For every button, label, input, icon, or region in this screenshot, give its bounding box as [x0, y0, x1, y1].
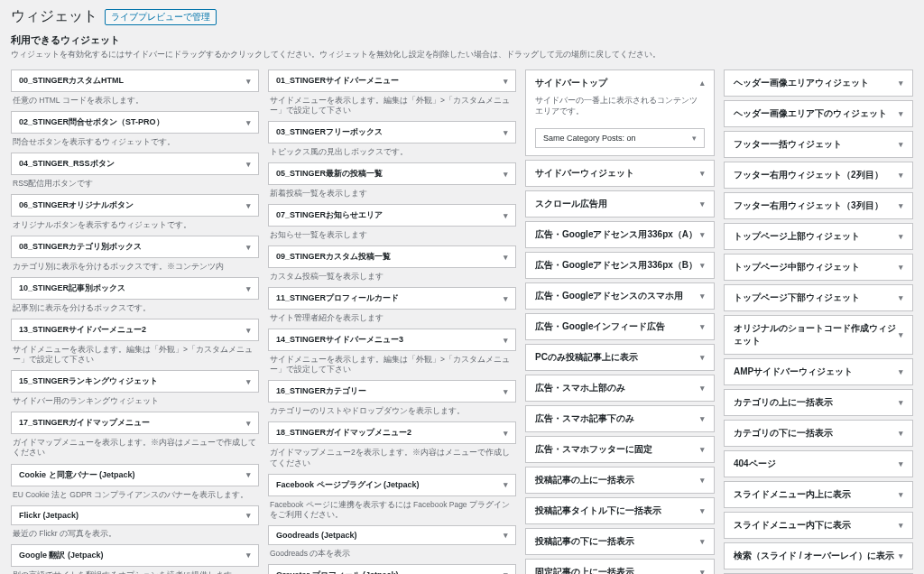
- available-widget[interactable]: 18_STINGERガイドマップメニュー2 ▾: [268, 421, 516, 444]
- area-header[interactable]: 広告・Googleインフィード広告 ▾: [526, 314, 714, 339]
- widget-area[interactable]: PCのみ投稿記事上に表示 ▾: [525, 344, 715, 371]
- available-widget[interactable]: Goodreads (Jetpack) ▾: [268, 525, 516, 545]
- live-preview-button[interactable]: ライブプレビューで管理: [105, 9, 217, 25]
- widget-header[interactable]: Goodreads (Jetpack) ▾: [269, 526, 515, 544]
- area-header[interactable]: ヘッダー画像エリア下のウィジェット ▾: [725, 101, 912, 126]
- widget-header[interactable]: 13_STINGERサイドバーメニュー2 ▾: [12, 319, 258, 340]
- area-header[interactable]: 広告・スマホフッターに固定 ▾: [526, 437, 714, 462]
- available-widget[interactable]: 17_STINGERガイドマップメニュー ▾: [11, 412, 259, 434]
- widget-area[interactable]: フッター右用ウィジェット（3列目） ▾: [724, 192, 913, 219]
- area-header[interactable]: スクロール広告用 ▾: [526, 191, 714, 217]
- widget-header[interactable]: 02_STINGER問合せボタン（ST-PRO） ▾: [12, 112, 258, 133]
- area-header[interactable]: スライドメニュー内下に表示 ▾: [725, 513, 912, 538]
- area-header[interactable]: フッター一括ウィジェット ▾: [725, 132, 912, 157]
- available-widget[interactable]: Gravatar プロフィール (Jetpack) ▾: [268, 564, 516, 574]
- widget-area[interactable]: スライドメニュー内上に表示 ▾: [724, 481, 913, 508]
- widget-area[interactable]: 広告・スマホ上部のみ ▾: [525, 375, 715, 402]
- widget-area[interactable]: 投稿記事タイトル下に一括表示 ▾: [525, 497, 715, 524]
- widget-header[interactable]: 11_STINGERプロフィールカード ▾: [269, 288, 515, 309]
- available-widget[interactable]: 08_STINGERカテゴリ別ボックス ▾: [11, 236, 259, 258]
- widget-header[interactable]: Gravatar プロフィール (Jetpack) ▾: [269, 565, 515, 574]
- widget-area[interactable]: ヘッダー画像エリアウィジェット ▾: [724, 69, 913, 97]
- widget-header[interactable]: 03_STINGERフリーボックス ▾: [269, 122, 515, 143]
- widget-area[interactable]: フッター右用ウィジェット（2列目） ▾: [724, 162, 913, 189]
- widget-area[interactable]: AMPサイドバーウィジェット ▾: [724, 358, 913, 385]
- area-header[interactable]: スライドメニュー内上に表示 ▾: [725, 482, 912, 507]
- available-widget[interactable]: 15_STINGERランキングウィジェット ▾: [11, 370, 259, 393]
- area-header[interactable]: フッター右用ウィジェット（2列目） ▾: [725, 162, 912, 188]
- area-header[interactable]: フッター右用ウィジェット（3列目） ▾: [725, 193, 912, 218]
- widget-header[interactable]: 08_STINGERカテゴリ別ボックス ▾: [12, 236, 258, 257]
- available-widget[interactable]: Facebook ページプラグイン (Jetpack) ▾: [268, 474, 516, 496]
- widget-area[interactable]: 広告・スマホフッターに固定 ▾: [525, 436, 715, 463]
- widget-header[interactable]: 17_STINGERガイドマップメニュー ▾: [12, 412, 258, 433]
- available-widget[interactable]: 01_STINGERサイドバーメニュー ▾: [268, 69, 516, 92]
- area-header[interactable]: 広告・Googleアドセンス用336px（A） ▾: [526, 222, 714, 247]
- available-widget[interactable]: Google 翻訳 (Jetpack) ▾: [11, 544, 259, 567]
- widget-header[interactable]: 07_STINGERお知らせエリア ▾: [269, 205, 515, 226]
- available-widget[interactable]: 16_STINGERカテゴリー ▾: [268, 380, 516, 403]
- widget-area[interactable]: オリジナルのショートコード作成ウィジェット ▾: [724, 315, 913, 355]
- area-header[interactable]: オリジナルのショートコード作成ウィジェット ▾: [725, 316, 912, 354]
- area-header[interactable]: トップページ中部ウィジェット ▾: [725, 255, 912, 280]
- widget-area[interactable]: 投稿記事の上に一括表示 ▾: [525, 467, 715, 494]
- area-header[interactable]: トップページ下部ウィジェット ▾: [725, 285, 912, 310]
- available-widget[interactable]: 14_STINGERサイドバーメニュー3 ▾: [268, 329, 516, 351]
- area-header[interactable]: 広告・Googleアドセンス用336px（B） ▾: [526, 253, 714, 278]
- area-header[interactable]: サイドバーウィジェット ▾: [526, 161, 714, 186]
- widget-header[interactable]: 00_STINGERカスタムHTML ▾: [12, 70, 258, 91]
- widget-area[interactable]: 投稿記事の下に一括表示 ▾: [525, 528, 715, 555]
- widget-header[interactable]: 10_STINGER記事別ボックス ▾: [12, 278, 258, 299]
- available-widget[interactable]: Flickr (Jetpack) ▾: [11, 505, 259, 525]
- widget-area[interactable]: 404ページ ▾: [724, 450, 913, 477]
- widget-header[interactable]: Cookie と同意バナー (Jetpack) ▾: [12, 465, 258, 486]
- widget-header[interactable]: 05_STINGER最新の投稿一覧 ▾: [269, 163, 515, 184]
- widget-area[interactable]: スクロール広告用 ▾: [525, 190, 715, 218]
- widget-area[interactable]: トップページ下部ウィジェット ▾: [724, 284, 913, 311]
- area-header[interactable]: 広告・スマホ上部のみ ▾: [526, 375, 714, 401]
- area-header[interactable]: 広告・スマホ記事下のみ ▾: [526, 406, 714, 431]
- widget-area[interactable]: スライドメニュー内下に表示 ▾: [724, 512, 913, 539]
- available-widget[interactable]: 06_STINGERオリジナルボタン ▾: [11, 194, 259, 217]
- available-widget[interactable]: 09_STINGERカスタム投稿一覧 ▾: [268, 245, 516, 268]
- widget-area[interactable]: 広告・Googleインフィード広告 ▾: [525, 313, 715, 340]
- area-header[interactable]: AMPサイドバーウィジェット ▾: [725, 359, 912, 384]
- available-widget[interactable]: 10_STINGER記事別ボックス ▾: [11, 277, 259, 300]
- widget-header[interactable]: Facebook ページプラグイン (Jetpack) ▾: [269, 475, 515, 495]
- widget-area[interactable]: サイドバーウィジェット ▾: [525, 160, 715, 187]
- available-widget[interactable]: 11_STINGERプロフィールカード ▾: [268, 287, 516, 310]
- widget-header[interactable]: 04_STINGER_RSSボタン ▾: [12, 153, 258, 174]
- available-widget[interactable]: 04_STINGER_RSSボタン ▾: [11, 153, 259, 175]
- available-widget[interactable]: 00_STINGERカスタムHTML ▾: [11, 69, 259, 92]
- widget-area[interactable]: カテゴリの下に一括表示 ▾: [724, 420, 913, 447]
- available-widget[interactable]: Cookie と同意バナー (Jetpack) ▾: [11, 464, 259, 486]
- widget-header[interactable]: Flickr (Jetpack) ▾: [12, 506, 258, 524]
- widget-area[interactable]: 広告・Googleアドセンス用336px（A） ▾: [525, 221, 715, 248]
- area-header[interactable]: 検索（スライド / オーバーレイ）に表示 ▾: [725, 543, 912, 569]
- widget-area[interactable]: 検索（スライド / オーバーレイ）に表示 ▾: [724, 542, 913, 569]
- widget-header[interactable]: 06_STINGERオリジナルボタン ▾: [12, 195, 258, 216]
- area-header[interactable]: ヘッダー画像エリアウィジェット ▾: [725, 70, 912, 96]
- widget-area[interactable]: カテゴリの上に一括表示 ▾: [724, 389, 913, 416]
- available-widget[interactable]: 13_STINGERサイドバーメニュー2 ▾: [11, 319, 259, 341]
- area-header[interactable]: カテゴリの下に一括表示 ▾: [725, 421, 912, 446]
- widget-header[interactable]: Google 翻訳 (Jetpack) ▾: [12, 545, 258, 566]
- widget-header[interactable]: 14_STINGERサイドバーメニュー3 ▾: [269, 329, 515, 350]
- available-widget[interactable]: 05_STINGER最新の投稿一覧 ▾: [268, 162, 516, 185]
- available-widget[interactable]: 07_STINGERお知らせエリア ▾: [268, 204, 516, 227]
- widget-area[interactable]: 広告・Googleアドセンス用336px（B） ▾: [525, 252, 715, 279]
- widget-area[interactable]: フッター一括ウィジェット ▾: [724, 131, 913, 158]
- widget-header[interactable]: 15_STINGERランキングウィジェット ▾: [12, 371, 258, 392]
- area-header[interactable]: 投稿記事の下に一括表示 ▾: [526, 529, 714, 554]
- area-header[interactable]: 投稿記事タイトル下に一括表示 ▾: [526, 498, 714, 523]
- widget-area-open[interactable]: サイドバートップ ▴ サイドバーの一番上に表示されるコンテンツエリアです。 Sa…: [525, 69, 715, 156]
- widget-header[interactable]: 01_STINGERサイドバーメニュー ▾: [269, 70, 515, 91]
- widget-area[interactable]: 固定記事の上に一括表示 ▾: [525, 559, 715, 574]
- area-header[interactable]: 固定記事の上に一括表示 ▾: [526, 560, 714, 574]
- widget-area[interactable]: ヘッダー画像エリア下のウィジェット ▾: [724, 100, 913, 127]
- area-header[interactable]: トップページ上部ウィジェット ▾: [725, 224, 912, 249]
- widget-header[interactable]: 16_STINGERカテゴリー ▾: [269, 381, 515, 402]
- area-header[interactable]: 広告・Googleアドセンスのスマホ用 ▾: [526, 283, 714, 309]
- available-widget[interactable]: 03_STINGERフリーボックス ▾: [268, 121, 516, 144]
- widget-area[interactable]: 広告・Googleアドセンスのスマホ用 ▾: [525, 282, 715, 310]
